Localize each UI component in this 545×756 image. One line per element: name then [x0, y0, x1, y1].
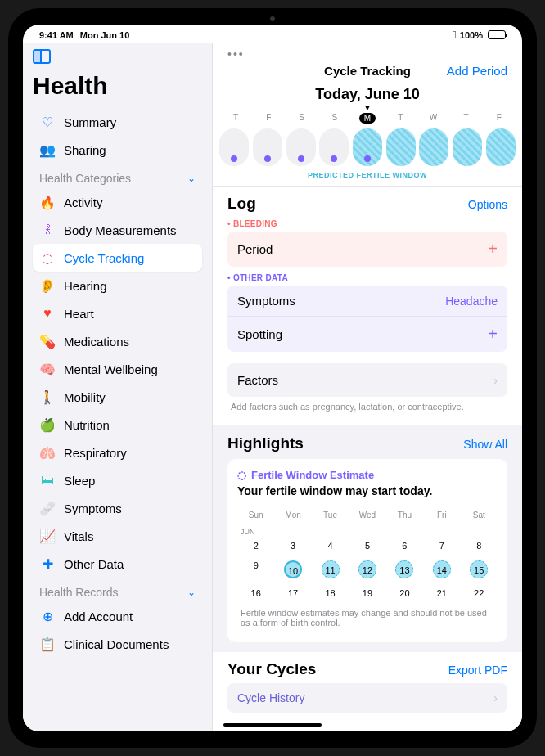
chevron-right-icon: ›	[493, 691, 498, 704]
sidebar-item-hearing[interactable]: 👂Hearing	[33, 272, 202, 299]
log-dot-icon	[364, 155, 371, 162]
apple-icon: 🍏	[39, 416, 56, 433]
heart-outline-icon: ♡	[39, 114, 56, 130]
cycle-day[interactable]	[319, 128, 349, 166]
cycle-day-today[interactable]	[353, 128, 382, 166]
cycle-day[interactable]	[286, 128, 316, 166]
mini-calendar: Sun Mon Tue Wed Thu Fri Sat JUN 2	[237, 506, 498, 603]
sidebar-toggle-icon[interactable]	[33, 49, 51, 64]
add-period-button[interactable]: Add Period	[447, 64, 507, 78]
sidebar-item-sharing[interactable]: 👥 Sharing	[33, 136, 202, 164]
section-header-categories[interactable]: Health Categories ⌄	[33, 164, 202, 188]
ear-icon: 👂	[39, 277, 56, 294]
add-icon[interactable]: +	[488, 325, 498, 344]
cycle-day-fertile[interactable]	[419, 128, 448, 166]
log-spotting-row[interactable]: Spotting +	[227, 316, 507, 352]
sidebar-item-symptoms[interactable]: 🩹Symptoms	[33, 494, 202, 522]
people-icon: 👥	[39, 142, 56, 158]
sidebar-item-clinical-documents[interactable]: 📋Clinical Documents	[33, 630, 202, 658]
your-cycles-title: Your Cycles	[227, 660, 316, 678]
today-marker-icon: ▼	[213, 105, 522, 111]
sidebar-item-other-data[interactable]: ✚Other Data	[33, 550, 202, 578]
chevron-down-icon: ⌄	[187, 587, 196, 598]
more-icon[interactable]: •••	[213, 43, 522, 61]
other-data-subheader: • OTHER DATA	[227, 273, 507, 282]
your-cycles-section: Your Cycles Export PDF Cycle History ›	[213, 652, 522, 721]
card-message: Your fertile window may start today.	[237, 484, 498, 497]
highlights-title: Highlights	[227, 434, 304, 452]
log-period-row[interactable]: Period +	[227, 232, 507, 267]
page-title: Cycle Tracking	[324, 64, 411, 78]
bleeding-subheader: • BLEEDING	[227, 219, 507, 228]
today-header: Today, June 10	[213, 83, 522, 105]
log-symptoms-row[interactable]: Symptoms Headache	[227, 286, 507, 316]
chevron-right-icon: ›	[493, 374, 498, 387]
lungs-icon: 🫁	[39, 444, 56, 461]
log-dot-icon	[298, 155, 304, 162]
cycle-day-fertile[interactable]	[486, 128, 516, 166]
cycle-day[interactable]	[253, 128, 282, 166]
status-date: Mon Jun 10	[80, 30, 130, 40]
cycle-history-row[interactable]: Cycle History ›	[227, 683, 507, 713]
add-icon[interactable]: +	[488, 240, 498, 259]
sidebar-item-mobility[interactable]: 🚶Mobility	[33, 383, 202, 411]
sidebar-item-medications[interactable]: 💊Medications	[33, 327, 202, 355]
plus-grid-icon: ✚	[39, 556, 56, 572]
sidebar-item-cycle-tracking[interactable]: ◌Cycle Tracking	[33, 244, 202, 272]
bed-icon: 🛏	[39, 472, 56, 488]
symptoms-value: Headache	[445, 295, 498, 308]
sidebar-item-heart[interactable]: ♥Heart	[33, 299, 202, 327]
screen: 9:41 AM Mon Jun 10 􀙇 100% Health ♡ Summa…	[23, 25, 522, 731]
sidebar-item-nutrition[interactable]: 🍏Nutrition	[33, 411, 202, 439]
cycle-day-fertile[interactable]	[453, 128, 482, 166]
vitals-icon: 📈	[39, 528, 56, 544]
clipboard-icon: 📋	[39, 636, 56, 652]
factors-row[interactable]: Factors ›	[227, 363, 507, 397]
highlights-section: Highlights Show All ◌ Fertile Window Est…	[213, 425, 522, 652]
sidebar-item-vitals[interactable]: 📈Vitals	[33, 522, 202, 550]
sidebar-item-add-account[interactable]: ⊕Add Account	[33, 602, 202, 630]
home-indicator[interactable]	[223, 723, 322, 727]
sidebar-item-sleep[interactable]: 🛏Sleep	[33, 466, 202, 494]
status-time: 9:41 AM	[39, 30, 74, 40]
log-dot-icon	[264, 155, 271, 162]
cycle-day[interactable]	[219, 128, 249, 166]
chevron-down-icon: ⌄	[187, 173, 196, 184]
log-title: Log	[227, 195, 256, 213]
walk-icon: 🚶	[39, 389, 56, 405]
log-dot-icon	[331, 155, 337, 162]
sidebar-item-respiratory[interactable]: 🫁Respiratory	[33, 439, 202, 466]
pill-icon: 💊	[39, 333, 56, 349]
log-section: Log Options • BLEEDING Period + • OTHER …	[213, 187, 522, 425]
battery-icon	[488, 30, 506, 39]
cycle-timeline[interactable]	[213, 124, 522, 168]
cycle-icon: ◌	[237, 469, 246, 481]
fertile-window-label: PREDICTED FERTILE WINDOW	[213, 168, 522, 186]
battery-percent: 100%	[460, 30, 483, 40]
sidebar-item-summary[interactable]: ♡ Summary	[33, 108, 202, 136]
plus-circle-icon: ⊕	[39, 608, 56, 624]
section-header-records[interactable]: Health Records ⌄	[33, 578, 202, 602]
fertile-window-card[interactable]: ◌ Fertile Window Estimate Your fertile w…	[227, 459, 507, 642]
wifi-icon: 􀙇	[453, 29, 457, 41]
export-pdf-button[interactable]: Export PDF	[448, 664, 507, 677]
brain-icon: 🧠	[39, 361, 56, 377]
sidebar-item-body-measurements[interactable]: 𐀪Body Measurements	[33, 216, 202, 244]
cycle-icon: ◌	[39, 250, 56, 266]
status-bar: 9:41 AM Mon Jun 10 􀙇 100%	[23, 25, 522, 43]
week-day-labels: T F S S M T W T F	[213, 111, 522, 124]
main-content: ••• Cycle Tracking Add Period Today, Jun…	[213, 43, 522, 731]
log-options-button[interactable]: Options	[468, 198, 507, 211]
app-title: Health	[33, 72, 202, 100]
sidebar: Health ♡ Summary 👥 Sharing Health Catego…	[23, 43, 213, 731]
cycle-day-fertile[interactable]	[386, 128, 416, 166]
sidebar-item-mental-wellbeing[interactable]: 🧠Mental Wellbeing	[33, 355, 202, 383]
heart-icon: ♥	[39, 305, 56, 322]
sidebar-item-activity[interactable]: 🔥Activity	[33, 188, 202, 216]
log-dot-icon	[231, 155, 237, 162]
body-icon: 𐀪	[39, 222, 56, 238]
flame-icon: 🔥	[39, 194, 56, 210]
factors-hint: Add factors such as pregnancy, lactation…	[227, 397, 507, 416]
show-all-button[interactable]: Show All	[463, 438, 507, 451]
bandage-icon: 🩹	[39, 500, 56, 516]
